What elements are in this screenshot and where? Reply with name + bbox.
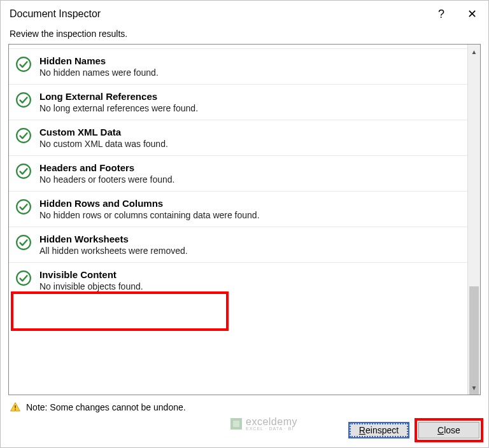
dialog-footer: Note: Some changes cannot be undone. Rei… [1, 395, 488, 447]
titlebar-close-button[interactable]: ✕ [464, 7, 481, 21]
result-hidden-rows-and-columns: Hidden Rows and Columns No hidden rows o… [9, 191, 467, 227]
result-title: Invisible Content [39, 269, 460, 280]
result-title: Hidden Names [39, 55, 460, 66]
footer-note: Note: Some changes cannot be undone. [10, 402, 479, 413]
svg-point-4 [17, 200, 31, 214]
scroll-down-arrow-icon[interactable]: ▼ [468, 381, 480, 395]
result-desc: All hidden worksheets were removed. [39, 246, 460, 256]
svg-point-6 [17, 271, 31, 285]
button-row: Reinspect Close [10, 422, 479, 438]
scroll-up-arrow-icon[interactable]: ▲ [468, 45, 480, 59]
checkmark-icon [15, 163, 32, 179]
checkmark-icon [15, 127, 32, 144]
result-title: Hidden Rows and Columns [39, 198, 460, 209]
titlebar-controls: ? ✕ [438, 7, 481, 21]
result-custom-xml-data: Custom XML Data No custom XML data was f… [9, 120, 467, 155]
result-hidden-worksheets: Hidden Worksheets All hidden worksheets … [9, 227, 467, 262]
close-button[interactable]: Close [418, 422, 479, 438]
results-list: Hidden Names No hidden names were found.… [9, 45, 467, 395]
result-desc: No invisible objects found. [39, 281, 460, 291]
reinspect-button[interactable]: Reinspect [348, 422, 409, 438]
svg-rect-8 [15, 409, 16, 410]
warning-icon [10, 402, 21, 413]
svg-point-5 [17, 235, 31, 249]
result-title: Headers and Footers [39, 162, 460, 173]
checkmark-icon [15, 56, 32, 73]
result-invisible-content: Invisible Content No invisible objects f… [9, 262, 467, 298]
svg-point-1 [17, 93, 31, 107]
result-desc: No long external references were found. [39, 103, 460, 113]
result-desc: No hidden names were found. [39, 67, 460, 78]
svg-rect-7 [15, 405, 16, 409]
result-long-external-references: Long External References No long externa… [9, 84, 467, 120]
result-title: Hidden Worksheets [39, 234, 460, 244]
checkmark-icon [15, 92, 32, 108]
scroll-thumb[interactable] [469, 286, 479, 395]
dialog-title: Document Inspector [10, 8, 101, 20]
result-headers-and-footers: Headers and Footers No headers or footer… [9, 155, 467, 191]
checkmark-icon [15, 199, 32, 215]
checkmark-icon [15, 234, 32, 251]
result-desc: No custom XML data was found. [39, 139, 460, 149]
scrollbar[interactable]: ▲ ▼ [467, 45, 480, 395]
svg-point-2 [17, 129, 31, 143]
instruction-text: Review the inspection results. [1, 26, 488, 44]
result-hidden-names: Hidden Names No hidden names were found. [9, 48, 467, 84]
titlebar: Document Inspector ? ✕ [1, 1, 488, 26]
svg-point-3 [17, 164, 31, 178]
result-desc: No headers or footers were found. [39, 174, 460, 185]
footer-note-text: Note: Some changes cannot be undone. [26, 402, 186, 412]
help-button[interactable]: ? [438, 8, 444, 20]
result-desc: No hidden rows or columns containing dat… [39, 210, 460, 220]
result-title: Long External References [39, 91, 460, 102]
checkmark-icon [15, 270, 32, 286]
svg-point-0 [17, 57, 31, 71]
document-inspector-dialog: Document Inspector ? ✕ Review the inspec… [0, 0, 489, 448]
results-pane: Hidden Names No hidden names were found.… [8, 44, 481, 395]
result-title: Custom XML Data [39, 127, 460, 137]
